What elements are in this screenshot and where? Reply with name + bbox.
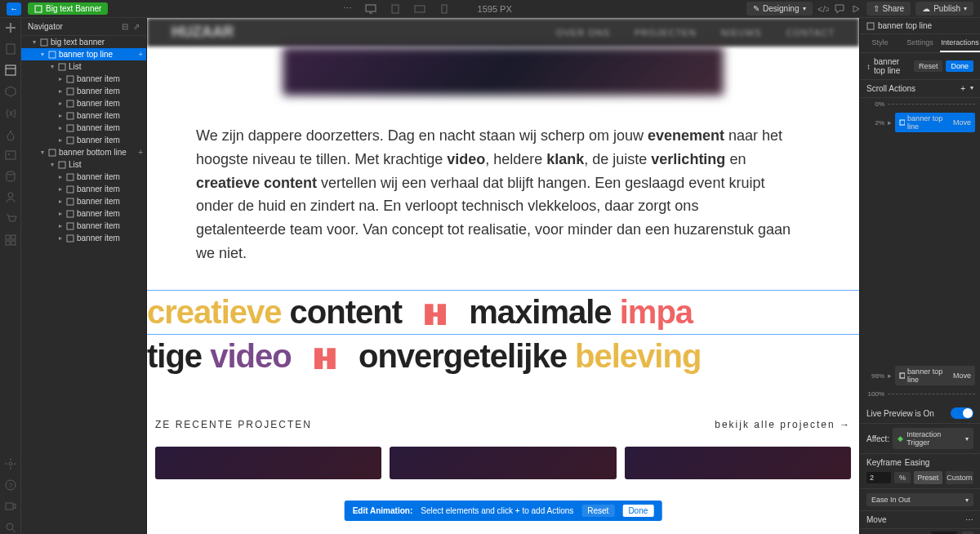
tree-item[interactable]: ▸banner item bbox=[21, 220, 146, 232]
tree-item[interactable]: ▸banner item bbox=[21, 109, 146, 122]
done-button[interactable]: Done bbox=[946, 60, 973, 72]
cube-icon bbox=[34, 5, 42, 13]
more-icon[interactable]: ⋯ bbox=[965, 515, 973, 524]
scroll-action-item[interactable]: banner top lineMove bbox=[895, 113, 975, 132]
pages-icon[interactable] bbox=[4, 42, 17, 56]
styles-icon[interactable] bbox=[4, 127, 17, 140]
target-icon: ↕ bbox=[866, 62, 871, 71]
share-button[interactable]: ⇧ Share bbox=[866, 2, 911, 16]
banner-bottom-line[interactable]: tige video onvergetelijke beleving bbox=[147, 335, 859, 378]
scroll-action-item[interactable]: banner top lineMove bbox=[895, 366, 975, 385]
tree-item[interactable]: ▸banner item bbox=[21, 183, 146, 195]
tree-item[interactable]: ▾banner top line+ bbox=[21, 48, 146, 60]
tree-item[interactable]: ▾banner bottom line+ bbox=[21, 146, 146, 158]
navigator-icon[interactable] bbox=[4, 64, 17, 77]
video-icon[interactable] bbox=[4, 500, 17, 513]
svg-text:?: ? bbox=[9, 482, 13, 489]
svg-text:{x}: {x} bbox=[6, 108, 16, 118]
target-label: banner top line bbox=[874, 57, 911, 75]
tree-item[interactable]: ▸banner item bbox=[21, 97, 146, 109]
svg-rect-35 bbox=[59, 162, 65, 168]
svg-rect-0 bbox=[35, 6, 42, 12]
svg-rect-34 bbox=[49, 149, 56, 156]
designing-dropdown[interactable]: ✎ Designing ▾ bbox=[746, 2, 812, 16]
svg-rect-38 bbox=[67, 198, 74, 205]
back-button[interactable]: ← bbox=[7, 2, 21, 16]
apps-icon[interactable] bbox=[4, 234, 17, 247]
projects-link[interactable]: bekijk alle projecten → bbox=[715, 419, 851, 430]
crumb-label: banner top line bbox=[878, 21, 932, 30]
pct-label: 0% bbox=[865, 100, 884, 108]
affect-select[interactable]: ◆Interaction Trigger▾ bbox=[893, 428, 973, 449]
svg-point-19 bbox=[9, 462, 12, 465]
code-icon[interactable]: </> bbox=[817, 3, 829, 15]
toast-reset-button[interactable]: Reset bbox=[581, 505, 614, 517]
components-icon[interactable] bbox=[4, 85, 17, 98]
page-preview[interactable]: HUZAAR OVER ONSPROJECTENNIEUWSCONTACT We… bbox=[147, 18, 859, 534]
panel-tab[interactable]: Style bbox=[860, 34, 900, 52]
tree-item[interactable]: ▸banner item bbox=[21, 122, 146, 134]
mobile-icon[interactable] bbox=[439, 4, 450, 14]
svg-point-13 bbox=[7, 171, 15, 175]
ecommerce-icon[interactable] bbox=[4, 212, 17, 225]
svg-rect-40 bbox=[67, 223, 74, 229]
add-action-icon[interactable]: + bbox=[960, 84, 965, 93]
tree-item[interactable]: ▸banner item bbox=[21, 73, 146, 85]
live-preview-toggle[interactable] bbox=[951, 407, 973, 419]
collapse-icon[interactable]: ⊟ bbox=[122, 22, 128, 31]
toast-title: Edit Animation: bbox=[353, 506, 413, 515]
cms-icon[interactable] bbox=[4, 170, 17, 183]
preset-tab[interactable]: Preset bbox=[914, 471, 942, 484]
reset-button[interactable]: Reset bbox=[914, 60, 943, 72]
navigator-panel: Navigator ⊟ ⇗ ▾big text banner▾banner to… bbox=[21, 18, 147, 534]
svg-rect-7 bbox=[7, 44, 15, 54]
tree-item[interactable]: ▸banner item bbox=[21, 171, 146, 183]
affect-label: Affect: bbox=[866, 434, 889, 443]
tree-item[interactable]: ▸banner item bbox=[21, 195, 146, 207]
svg-rect-27 bbox=[59, 64, 65, 70]
tree-item[interactable]: ▸banner item bbox=[21, 207, 146, 220]
assets-icon[interactable] bbox=[4, 149, 17, 162]
more-icon[interactable]: ▾ bbox=[970, 84, 973, 93]
variables-icon[interactable]: {x} bbox=[4, 106, 17, 119]
users-icon[interactable] bbox=[4, 191, 17, 204]
svg-rect-3 bbox=[392, 5, 399, 13]
tree-item[interactable]: ▸banner item bbox=[21, 134, 146, 146]
toast-done-button[interactable]: Done bbox=[622, 505, 653, 517]
tablet-landscape-icon[interactable] bbox=[414, 4, 425, 14]
svg-point-23 bbox=[7, 523, 13, 530]
svg-rect-42 bbox=[867, 23, 874, 29]
ease-select[interactable]: Ease In Out▾ bbox=[866, 493, 973, 506]
custom-tab[interactable]: Custom bbox=[946, 471, 974, 484]
tablet-icon[interactable] bbox=[390, 4, 401, 14]
comment-icon[interactable] bbox=[834, 3, 845, 15]
pin-icon[interactable]: ⇗ bbox=[133, 22, 140, 31]
nav-tree: ▾big text banner▾banner top line+▾List▸b… bbox=[21, 36, 146, 534]
keyframe-input[interactable]: 2 bbox=[866, 472, 891, 483]
keyframe-label: Keyframe bbox=[866, 458, 902, 467]
preview-icon[interactable] bbox=[850, 3, 862, 15]
desktop-icon[interactable] bbox=[365, 4, 376, 14]
tree-item[interactable]: ▸banner item bbox=[21, 85, 146, 97]
projects-heading: ZE RECENTE PROJECTEN bbox=[155, 419, 312, 430]
svg-rect-43 bbox=[900, 120, 905, 125]
add-icon[interactable] bbox=[4, 21, 17, 34]
help-icon[interactable]: ? bbox=[4, 478, 17, 492]
tree-item[interactable]: ▾List bbox=[21, 158, 146, 171]
element-badge[interactable]: Big text Banner bbox=[28, 2, 108, 15]
svg-rect-32 bbox=[67, 125, 74, 131]
search-icon[interactable] bbox=[4, 521, 17, 534]
panel-tab[interactable]: Interactions bbox=[940, 34, 980, 52]
tree-item[interactable]: ▾big text banner bbox=[21, 36, 146, 48]
panel-tab[interactable]: Settings bbox=[900, 34, 940, 52]
banner-top-line[interactable]: creatieve content maximale impa bbox=[147, 290, 859, 335]
tree-item[interactable]: ▾List bbox=[21, 60, 146, 73]
svg-rect-11 bbox=[6, 151, 16, 159]
viewport-width: 1595 PX bbox=[478, 4, 512, 14]
svg-rect-26 bbox=[49, 51, 56, 58]
more-icon[interactable]: ⋯ bbox=[343, 3, 352, 14]
hero-image bbox=[283, 47, 724, 96]
tree-item[interactable]: ▸banner item bbox=[21, 232, 146, 244]
publish-button[interactable]: ☁ Publish ▾ bbox=[915, 2, 973, 16]
settings-icon[interactable] bbox=[4, 457, 17, 470]
